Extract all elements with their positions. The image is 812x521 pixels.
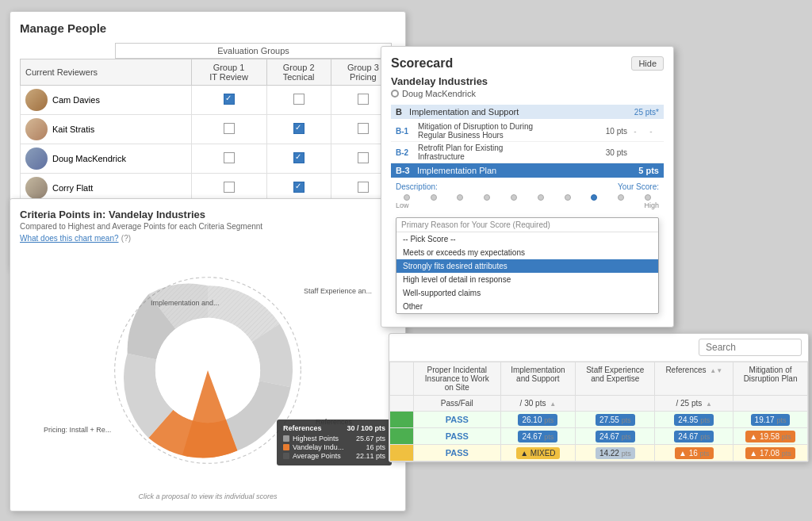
eval-groups-header: Evaluation Groups: [115, 43, 392, 59]
reason-dropdown-label: Primary Reason for Your Score (Required): [396, 218, 658, 232]
col-header-empty: [390, 362, 414, 396]
subheader-empty3: [733, 396, 808, 412]
dropdown-item-1[interactable]: Meets or exceeds my expectations: [396, 246, 658, 259]
person-radio-icon: [391, 90, 399, 98]
chart-panel: Criteria Points in: Vandelay Industries …: [10, 198, 406, 511]
score-badge: 27.55 pts: [596, 414, 635, 426]
subheader-row: Pass/Fail / 30 pts ▲ / 25 pts ▲: [390, 396, 808, 412]
scale-dot-10[interactable]: [645, 194, 651, 201]
col-header-refs: References ▲▼: [655, 362, 733, 396]
scorecard-impl-plan: B-3 Implementation Plan 5 pts: [391, 163, 664, 178]
scorecard-row-b1: B-1 Mitigation of Disruption to During R…: [391, 121, 664, 142]
col-header-reviewer: Current Reviewers: [21, 59, 192, 86]
hide-button[interactable]: Hide: [631, 56, 664, 71]
scale-dot-4[interactable]: [484, 194, 490, 201]
scorecard-person: Doug MacKendrick: [391, 89, 664, 98]
score-cell: 24.67 pts: [576, 428, 655, 445]
pass-cell: PASS: [414, 445, 501, 462]
page-title: Manage People: [20, 21, 396, 35]
score-badge: 14.22 pts: [596, 447, 635, 459]
chart-title: Criteria Points in: Vandelay Industries: [20, 209, 396, 220]
score-cell: 26.10 pts: [500, 412, 576, 428]
dropdown-item-4[interactable]: Well-supported claims: [396, 286, 658, 300]
scale-dot-2[interactable]: [431, 194, 437, 201]
checkbox-g2[interactable]: [266, 144, 331, 174]
score-cell: 19.17 pts: [733, 412, 808, 428]
checkbox-g2[interactable]: [266, 86, 331, 115]
score-cell: ▲ 19.58 pts: [733, 428, 808, 445]
tooltip-row: Highest Points 25.67 pts: [283, 435, 385, 442]
score-cell: 27.55 pts: [576, 412, 655, 428]
score-badge: 24.67 pts: [674, 431, 714, 442]
score-badge-warning: ▲ 19.58 pts: [745, 431, 795, 442]
subheader-empty2: [576, 396, 655, 412]
avatar: [25, 118, 48, 140]
score-badge-warning: ▲ 16 pts: [675, 447, 714, 459]
question-icon: (?): [121, 234, 131, 243]
scale-dot-5[interactable]: [511, 194, 517, 201]
checkbox-g1[interactable]: [191, 144, 266, 174]
score-badge: 24.67 pts: [518, 431, 557, 442]
score-badge-mixed: ▲ MIXED: [516, 447, 559, 459]
reviewer-name: Doug MacKendrick: [52, 154, 126, 163]
scale-dot-1[interactable]: [404, 194, 410, 201]
section-header: B Implementation and Support 25 pts*: [391, 105, 664, 119]
score-slider-row: Low High: [391, 193, 664, 214]
dropdown-item-5[interactable]: Other: [396, 300, 658, 313]
row-indicator: [390, 412, 414, 428]
scale-dot-9[interactable]: [618, 194, 624, 201]
table-row: PASS 26.10 pts 27.55 pts 24.95 pts 19.17…: [390, 412, 808, 428]
avatar: [25, 147, 48, 170]
score-badge: 26.10 pts: [518, 414, 557, 426]
checkbox-g1[interactable]: [191, 115, 266, 144]
score-cell: ▲ 16 pts: [655, 445, 733, 462]
scale-dot-6[interactable]: [538, 194, 544, 201]
score-badge: 24.95 pts: [674, 414, 714, 426]
score-badge: 19.17 pts: [751, 414, 791, 426]
tooltip-dot-avg: [283, 453, 289, 459]
score-cell: 24.67 pts: [655, 428, 733, 445]
table-row: Doug MacKendrick: [21, 144, 396, 174]
table-row: PASS ▲ MIXED 14.22 pts ▲ 16 pts ▲ 17.08 …: [390, 445, 808, 462]
table-row: PASS 24.67 pts 24.67 pts 24.67 pts ▲ 19.…: [390, 428, 808, 445]
dropdown-item-3[interactable]: High level of detail in response: [396, 273, 658, 286]
dropdown-item-2[interactable]: Strongly fits desired attributes: [396, 259, 658, 273]
chart-link[interactable]: What does this chart mean?: [20, 234, 119, 243]
score-badge-warning: ▲ 17.08 pts: [745, 447, 795, 459]
chart-label-impl: Implementation and...: [151, 299, 220, 307]
pass-cell: PASS: [414, 428, 501, 445]
search-input[interactable]: [699, 339, 802, 356]
reviewer-name: Kait Stratis: [52, 125, 94, 134]
score-cell: 24.95 pts: [655, 412, 733, 428]
row-indicator: [390, 428, 414, 445]
scale-dot-3[interactable]: [457, 194, 463, 201]
reason-dropdown[interactable]: Primary Reason for Your Score (Required)…: [396, 217, 659, 314]
col-header-staff: Staff Experienceand Expertise: [576, 362, 655, 396]
tooltip-dot-vandelay: [283, 444, 289, 450]
scale-dots: [396, 194, 659, 201]
score-cell: ▲ 17.08 pts: [733, 445, 808, 462]
score-badge: 24.67 pts: [596, 431, 635, 442]
scale-dot-7[interactable]: [565, 194, 571, 201]
checkbox-g1[interactable]: [191, 86, 266, 115]
sort-icon: ▲: [706, 400, 712, 408]
sort-icon: ▲: [550, 400, 556, 408]
checkbox-g2[interactable]: [266, 115, 331, 144]
score-description-row: Description: Your Score:: [391, 181, 664, 193]
col-header-group2: Group 2Tecnical: [266, 59, 331, 86]
tooltip-row: Vandelay Indu... 16 pts: [283, 443, 385, 451]
col-header-mitigation: Mitigation ofDisruption Plan: [733, 362, 808, 396]
col-header-insurance: Proper IncidentalInsurance to Workon Sit…: [414, 362, 501, 396]
table-row: Cam Davies: [21, 86, 396, 115]
scorecard-company: Vandelay Industries: [391, 75, 664, 87]
scale-labels: Low High: [396, 201, 659, 209]
scorecard-panel: Scorecard Hide Vandelay Industries Doug …: [381, 46, 674, 328]
scale-dot-8[interactable]: [591, 194, 597, 201]
row-indicator: [390, 445, 414, 462]
subheader-empty: [390, 396, 414, 412]
tooltip-title: References 30 / 100 pts: [283, 424, 385, 432]
pass-cell: PASS: [414, 412, 501, 428]
scores-panel: Proper IncidentalInsurance to Workon Sit…: [389, 333, 809, 462]
subheader-25pts: / 25 pts ▲: [655, 396, 733, 412]
dropdown-item-placeholder[interactable]: -- Pick Score --: [396, 232, 658, 246]
